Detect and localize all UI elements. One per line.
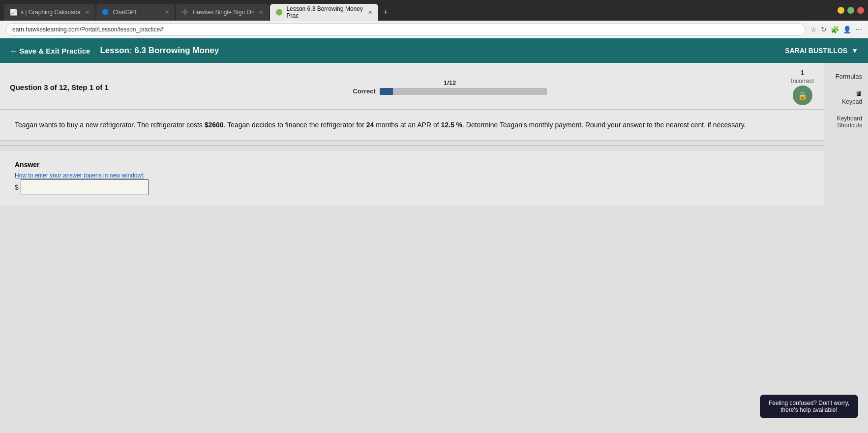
keyboard-shortcuts-button[interactable]: Keyboard Shortcuts	[830, 115, 862, 129]
question-text: Teagan wants to buy a new refrigerator. …	[15, 119, 809, 130]
progress-area: Question 3 of 12, Step 1 of 1 1/12 Corre…	[0, 63, 824, 110]
maximize-button[interactable]	[847, 7, 854, 14]
browser-action-icons: ☆ ↻ 🧩 👤 ⋯	[810, 26, 862, 33]
progress-bar-fill	[380, 88, 393, 95]
window-controls	[838, 7, 864, 14]
header-left: ← Save & Exit Practice Lesson: 6.3 Borro…	[10, 46, 219, 56]
content-panel: Question 3 of 12, Step 1 of 1 1/12 Corre…	[0, 63, 824, 433]
app-header: ← Save & Exit Practice Lesson: 6.3 Borro…	[0, 38, 868, 63]
answer-label: Answer	[15, 161, 809, 169]
progress-fraction: 1/12	[444, 79, 456, 87]
lesson-title: Lesson: 6.3 Borrowing Money	[100, 46, 219, 56]
answer-input[interactable]	[21, 179, 149, 195]
question-cost: $2600	[205, 121, 224, 129]
url-box[interactable]: earn.hawkeslearning.com/Portal/Lesson/le…	[6, 23, 806, 36]
formulas-button[interactable]: Formulas	[836, 73, 862, 80]
header-right: SARAI BUSTILLOS ▼	[785, 47, 858, 55]
tab-favicon-4: 🟢	[276, 9, 283, 16]
dollar-sign: $	[15, 183, 19, 191]
right-sidebar: Formulas 🖩 Keypad Keyboard Shortcuts	[824, 63, 868, 433]
question-info: Question 3 of 12, Step 1 of 1	[10, 83, 109, 91]
how-to-enter-link[interactable]: How to enter your answer (opens in new w…	[15, 172, 144, 179]
user-name: SARAI BUSTILLOS	[785, 47, 847, 55]
browser-star-icon[interactable]: ☆	[810, 26, 817, 33]
user-dropdown-icon[interactable]: ▼	[851, 47, 858, 55]
help-bubble: Feeling confused? Don't worry, there's h…	[760, 395, 858, 418]
incorrect-label: Incorrect	[791, 78, 814, 85]
dollar-input-row: $	[15, 179, 809, 195]
tab-favicon-1: 📈	[10, 9, 17, 16]
url-text: earn.hawkeslearning.com/Portal/Lesson/le…	[12, 26, 165, 33]
tab-label-1: s | Graphing Calculator	[21, 9, 81, 16]
save-exit-button[interactable]: ← Save & Exit Practice	[10, 47, 90, 55]
score-circle: 🔒	[793, 86, 812, 105]
tab-label-2: ChatGPT	[113, 9, 138, 16]
tab-close-1[interactable]: ✕	[85, 9, 90, 16]
incorrect-count: 1	[801, 69, 805, 77]
progress-bar-container: Correct	[353, 87, 546, 95]
tab-hawkes-sso[interactable]: ➕ Hawkes Single Sign On ✕	[176, 4, 269, 21]
minimize-button[interactable]	[838, 7, 844, 14]
answer-section: Answer How to enter your answer (opens i…	[0, 151, 824, 205]
question-months: 24	[366, 121, 374, 129]
question-text-after: . Determine Teagan's monthly payment. Ro…	[462, 121, 746, 129]
question-text-middle: . Teagan decides to finance the refriger…	[224, 121, 366, 129]
tab-close-2[interactable]: ✕	[165, 9, 169, 16]
question-body: Teagan wants to buy a new refrigerator. …	[0, 110, 824, 141]
keypad-button[interactable]: 🖩 Keypad	[842, 90, 862, 105]
new-tab-button[interactable]: +	[379, 4, 392, 21]
browser-chrome: 📈 s | Graphing Calculator ✕ 🔵 ChatGPT ✕ …	[0, 0, 868, 21]
browser-extension-icon[interactable]: 🧩	[831, 26, 839, 33]
main-content: Question 3 of 12, Step 1 of 1 1/12 Corre…	[0, 63, 868, 433]
question-text-middle2: months at an APR of	[374, 121, 441, 129]
tab-graphing-calculator[interactable]: 📈 s | Graphing Calculator ✕	[4, 4, 95, 21]
tab-label-4: Lesson 6.3 Borrowing Money Prac	[287, 5, 364, 19]
tab-label-3: Hawkes Single Sign On	[193, 9, 255, 16]
tab-bar: 📈 s | Graphing Calculator ✕ 🔵 ChatGPT ✕ …	[4, 0, 392, 21]
tab-close-4[interactable]: ✕	[368, 9, 372, 16]
tab-favicon-2: 🔵	[102, 9, 109, 16]
tab-lesson[interactable]: 🟢 Lesson 6.3 Borrowing Money Prac ✕	[270, 4, 378, 21]
progress-right: 1 Incorrect 🔒	[791, 69, 814, 105]
divider-1	[0, 145, 824, 146]
progress-correct-label: Correct	[353, 87, 375, 95]
tab-favicon-3: ➕	[182, 9, 189, 16]
progress-bar-bg	[380, 88, 547, 95]
browser-profile-icon[interactable]: 👤	[843, 26, 851, 33]
progress-center: 1/12 Correct	[353, 79, 546, 95]
keypad-icon: 🖩	[856, 90, 862, 97]
browser-refresh-icon[interactable]: ↻	[821, 26, 827, 33]
question-apr: 12.5 %	[441, 121, 462, 129]
tab-close-3[interactable]: ✕	[259, 9, 263, 16]
tab-chatgpt[interactable]: 🔵 ChatGPT ✕	[96, 4, 175, 21]
keypad-label: Keypad	[842, 98, 862, 105]
help-bubble-text: Feeling confused? Don't worry, there's h…	[769, 400, 849, 413]
browser-menu-icon[interactable]: ⋯	[855, 26, 862, 33]
question-text-before: Teagan wants to buy a new refrigerator. …	[15, 121, 205, 129]
close-button[interactable]	[857, 7, 864, 14]
address-bar: earn.hawkeslearning.com/Portal/Lesson/le…	[0, 21, 868, 38]
